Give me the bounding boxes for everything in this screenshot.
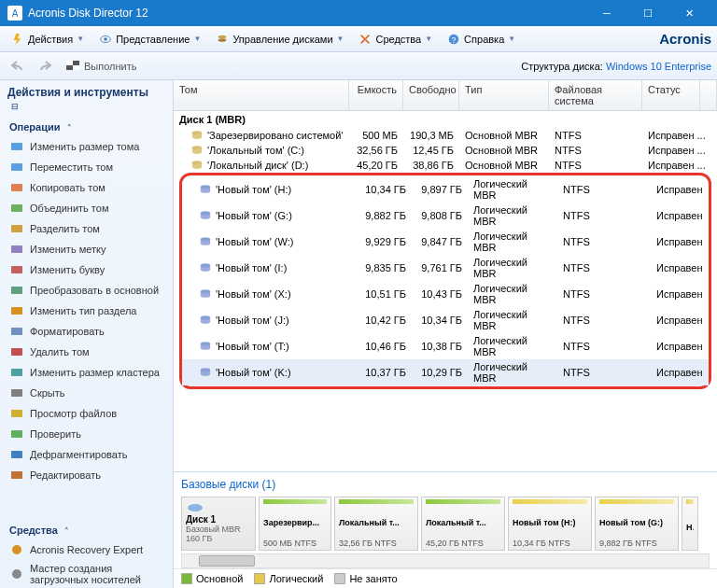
col-spacer	[700, 80, 717, 110]
disk-group[interactable]: Диск 1 (MBR)	[174, 111, 717, 128]
op-icon	[9, 427, 24, 441]
svg-point-4	[218, 38, 227, 42]
undo-button[interactable]	[6, 55, 30, 77]
usage-bar	[686, 499, 694, 504]
volume-type: Логический MBR	[468, 360, 557, 385]
disk-structure-link[interactable]: Windows 10 Enterprise	[606, 61, 711, 72]
volume-row[interactable]: 'Новый том' (W:)9,929 ГБ9,847 ГБЛогическ…	[182, 229, 709, 255]
volume-row[interactable]: 'Новый том' (I:)9,835 ГБ9,761 ГБЛогическ…	[182, 255, 709, 281]
volume-row[interactable]: 'Новый том' (X:)10,51 ГБ10,43 ГБЛогическ…	[182, 281, 709, 307]
sidebar-op-item[interactable]: Переместить том	[0, 157, 173, 177]
sidebar-op-item[interactable]: Копировать том	[0, 177, 173, 198]
volume-row[interactable]: 'Новый том' (T:)10,46 ГБ10,38 ГБЛогическ…	[182, 333, 709, 359]
disk-icon	[186, 501, 204, 514]
sidebar-op-item[interactable]: Разделить том	[0, 218, 173, 239]
minimize-button[interactable]: ─	[586, 0, 627, 26]
volume-name: 'Зарезервировано системой'	[207, 130, 343, 141]
disk-partition[interactable]: Новый том (H:)10,34 ГБ NTFS	[508, 497, 592, 551]
chevron-up-icon[interactable]: ˄	[63, 123, 76, 133]
col-capacity[interactable]: Емкость	[349, 80, 403, 110]
col-volume[interactable]: Том	[174, 80, 349, 110]
partition-name: Новый том (G:)	[599, 518, 674, 527]
volume-row[interactable]: 'Локальный диск' (D:)45,20 ГБ38,86 ГБОсн…	[174, 158, 717, 173]
volume-name: 'Новый том' (J:)	[216, 315, 289, 326]
volume-free: 9,897 ГБ	[412, 183, 468, 196]
sidebar-item-label: Проверить	[30, 428, 81, 440]
legend-primary: Основной	[181, 573, 243, 584]
volume-icon	[199, 341, 212, 352]
sidebar-item-label: Изменить размер кластера	[30, 367, 160, 378]
basic-disks-panel: Базовые диски (1) Диск 1Базовый MBR160 Г…	[174, 471, 717, 568]
volume-type: Логический MBR	[468, 334, 557, 358]
op-icon	[9, 468, 24, 483]
menu-actions[interactable]: Действия▼	[6, 31, 90, 48]
sidebar-op-item[interactable]: Скрыть	[0, 383, 173, 403]
sidebar-tool-item[interactable]: Acronis Recovery Expert	[0, 539, 173, 560]
help-icon: ?	[447, 33, 460, 46]
op-icon	[9, 201, 24, 216]
svg-rect-9	[73, 65, 79, 70]
menu-view[interactable]: Представление▼	[93, 31, 206, 48]
volume-free: 12,45 ГБ	[403, 144, 459, 157]
disk-partition[interactable]: Зарезервир...500 МБ NTFS	[259, 497, 331, 551]
chevron-up-icon[interactable]: ˄	[61, 526, 73, 536]
menu-help[interactable]: ? Справка▼	[442, 31, 521, 48]
volume-type: Логический MBR	[468, 256, 557, 280]
eye-icon	[99, 33, 112, 46]
volume-capacity: 9,882 ГБ	[358, 209, 412, 222]
sidebar-op-item[interactable]: Изменить тип раздела	[0, 301, 173, 321]
disk-summary[interactable]: Диск 1Базовый MBR160 ГБ	[181, 497, 256, 551]
op-icon	[9, 365, 24, 380]
volume-free: 10,34 ГБ	[412, 314, 468, 327]
sidebar-op-item[interactable]: Преобразовать в основной	[0, 280, 173, 301]
col-filesystem[interactable]: Файловая система	[549, 80, 642, 110]
disk-partition[interactable]: Локальный т...45,20 ГБ NTFS	[421, 497, 505, 551]
volume-row[interactable]: 'Локальный том' (C:)32,56 ГБ12,45 ГБОсно…	[174, 143, 717, 158]
svg-rect-19	[11, 328, 22, 335]
disk-partition[interactable]: Н...	[682, 497, 698, 551]
col-status[interactable]: Статус	[642, 80, 700, 110]
volume-fs: NTFS	[557, 340, 651, 353]
menu-diskmgmt[interactable]: Управление дисками▼	[210, 31, 349, 48]
sidebar-op-item[interactable]: Изменить размер тома	[0, 136, 173, 157]
sidebar-op-item[interactable]: Редактировать	[0, 465, 173, 485]
sidebar-op-item[interactable]: Удалить том	[0, 342, 173, 362]
op-icon	[9, 221, 24, 236]
svg-rect-14	[11, 225, 22, 232]
sidebar-op-item[interactable]: Проверить	[0, 424, 173, 444]
sidebar-op-item[interactable]: Изменить размер кластера	[0, 362, 173, 383]
redo-button[interactable]	[33, 55, 57, 77]
app-icon: A	[7, 6, 22, 21]
sidebar-op-item[interactable]: Изменить букву	[0, 259, 173, 280]
run-button[interactable]: Выполнить	[60, 55, 142, 77]
menu-tools[interactable]: Средства▼	[353, 31, 438, 48]
partition-name: Локальный т...	[426, 518, 500, 527]
sidebar-op-item[interactable]: Просмотр файлов	[0, 403, 173, 424]
volume-capacity: 9,929 ГБ	[358, 235, 412, 248]
col-type[interactable]: Тип	[459, 80, 549, 110]
collapse-icon[interactable]: ⊟	[7, 102, 22, 111]
sidebar-tool-item[interactable]: Мастер создания загрузочных носителей	[0, 560, 173, 588]
horizontal-scrollbar[interactable]	[181, 553, 710, 568]
sidebar-section-tools: Средства ˄	[0, 521, 173, 539]
partition-name: Зарезервир...	[263, 518, 327, 527]
sidebar-item-label: Преобразовать в основной	[30, 285, 159, 296]
disk-partition[interactable]: Новый том (G:)9,882 ГБ NTFS	[595, 497, 679, 551]
volume-row[interactable]: 'Зарезервировано системой'500 МБ190,3 МБ…	[174, 128, 717, 143]
brand-logo: Acronis	[659, 31, 711, 47]
sidebar-op-item[interactable]: Дефрагментировать	[0, 444, 173, 465]
sidebar-op-item[interactable]: Форматировать	[0, 321, 173, 342]
volume-row[interactable]: 'Новый том' (H:)10,34 ГБ9,897 ГБЛогическ…	[182, 176, 709, 203]
volume-row[interactable]: 'Новый том' (G:)9,882 ГБ9,808 ГБЛогическ…	[182, 203, 709, 229]
sidebar-op-item[interactable]: Объединить том	[0, 198, 173, 218]
close-button[interactable]: ✕	[668, 0, 710, 26]
sidebar-op-item[interactable]: Изменить метку	[0, 239, 173, 259]
disk-partition[interactable]: Локальный т...32,56 ГБ NTFS	[334, 497, 418, 551]
maximize-button[interactable]: ☐	[627, 0, 668, 26]
col-free[interactable]: Свободно	[403, 80, 459, 110]
volume-fs: NTFS	[549, 159, 642, 172]
volume-icon	[199, 184, 212, 195]
volume-name: 'Новый том' (I:)	[216, 262, 287, 273]
volume-row[interactable]: 'Новый том' (K:)10,37 ГБ10,29 ГБЛогическ…	[182, 359, 709, 385]
volume-row[interactable]: 'Новый том' (J:)10,42 ГБ10,34 ГБЛогическ…	[182, 307, 709, 333]
